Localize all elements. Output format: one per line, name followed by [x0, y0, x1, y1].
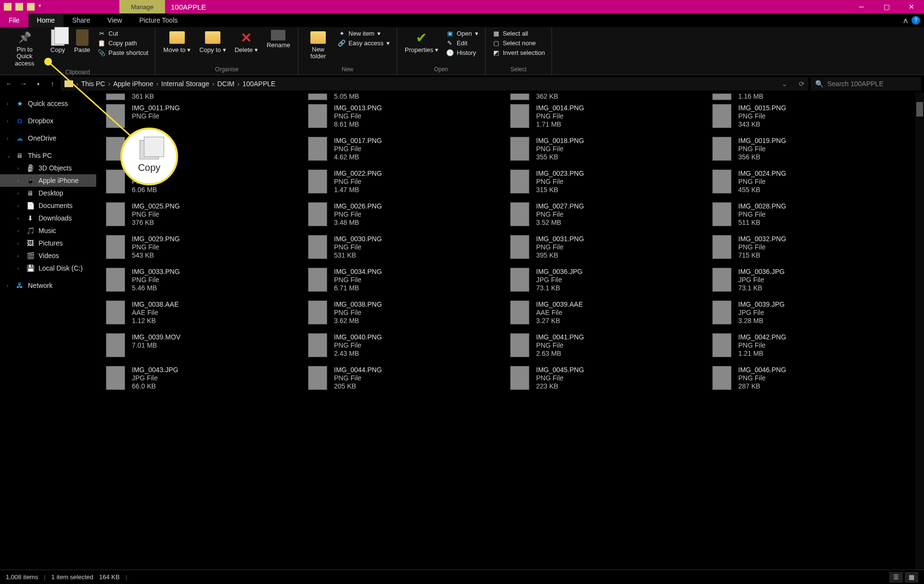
- copy-path-button[interactable]: 📋Copy path: [96, 39, 150, 47]
- copy-button[interactable]: Copy: [47, 29, 68, 54]
- forward-button[interactable]: →: [17, 78, 30, 90]
- file-item[interactable]: .PNG PNG File 6.06 MB: [106, 168, 308, 200]
- file-item[interactable]: IMG_0018.PNG PNG File 355 KB: [510, 135, 712, 168]
- file-item[interactable]: IMG_0039.AAE AAE File 3.27 KB: [510, 298, 712, 331]
- breadcrumb-item[interactable]: DCIM: [217, 80, 234, 88]
- qat-dropdown-icon[interactable]: ▾: [38, 3, 41, 11]
- sidebar-item-videos[interactable]: ›🎬Videos: [0, 249, 96, 262]
- sidebar-item-dropbox[interactable]: ›⧉Dropbox: [0, 115, 96, 127]
- sidebar-item-network[interactable]: ›🖧Network: [0, 279, 96, 292]
- file-item[interactable]: IMG_0033.PNG PNG File 5.46 MB: [106, 266, 308, 298]
- sidebar-item-localdisk[interactable]: ›💾Local Disk (C:): [0, 262, 96, 274]
- file-item[interactable]: IMG_0041.PNG PNG File 2.63 MB: [510, 331, 712, 364]
- file-item[interactable]: 1.16 MB: [712, 92, 914, 102]
- invert-selection-button[interactable]: ◩Invert selection: [490, 48, 547, 57]
- breadcrumb-item[interactable]: Apple iPhone: [113, 80, 153, 88]
- breadcrumb-item[interactable]: Internal Storage: [161, 80, 209, 88]
- file-pane[interactable]: 361 KB 5.05 MB 362 KB 1.16 MB IMG_0011.P…: [96, 92, 924, 570]
- file-item[interactable]: IMG_0023.PNG PNG File 315 KB: [510, 168, 712, 200]
- file-item[interactable]: IMG_0045.PNG PNG File 223 KB: [510, 364, 712, 397]
- file-item[interactable]: IMG_0030.PNG PNG File 531 KB: [308, 233, 510, 266]
- sidebar-item-music[interactable]: ›🎵Music: [0, 224, 96, 237]
- minimize-button[interactable]: ─: [849, 0, 874, 13]
- sidebar-item-apple-iphone[interactable]: ›📱Apple iPhone: [0, 174, 96, 187]
- thumbnails-view-button[interactable]: ▦: [905, 572, 918, 583]
- sidebar-item-onedrive[interactable]: ›☁OneDrive: [0, 132, 96, 144]
- file-item[interactable]: IMG_0042.PNG PNG File 1.21 MB: [712, 331, 914, 364]
- file-item[interactable]: IMG_0040.PNG PNG File 2.43 MB: [308, 331, 510, 364]
- file-item[interactable]: IMG_0027.PNG PNG File 3.52 MB: [510, 200, 712, 233]
- recent-dropdown[interactable]: ▾: [32, 78, 44, 90]
- sidebar-item-pictures[interactable]: ›🖼Pictures: [0, 237, 96, 249]
- share-tab[interactable]: Share: [64, 13, 99, 27]
- maximize-button[interactable]: ▢: [874, 0, 899, 13]
- rename-button[interactable]: Rename: [264, 29, 293, 50]
- sidebar-item-quickaccess[interactable]: ›★Quick access: [0, 97, 96, 110]
- file-item[interactable]: IMG_0036.JPG JPG File 73.1 KB: [510, 266, 712, 298]
- scrollbar-thumb[interactable]: [916, 102, 923, 117]
- file-item[interactable]: IMG_0039.JPG JPG File 3.28 MB: [712, 298, 914, 331]
- file-item[interactable]: IMG_0029.PNG PNG File 543 KB: [106, 233, 308, 266]
- edit-button[interactable]: ✎Edit: [444, 39, 480, 47]
- paste-button[interactable]: Paste: [71, 29, 93, 54]
- file-item[interactable]: IMG_0039.MOV 7.01 MB: [106, 331, 308, 364]
- details-view-button[interactable]: ☰: [889, 572, 903, 583]
- select-all-button[interactable]: ▦Select all: [490, 29, 547, 38]
- sidebar-item-3dobjects[interactable]: ›🗿3D Objects: [0, 162, 96, 174]
- file-item[interactable]: 361 KB: [106, 92, 308, 102]
- delete-button[interactable]: ✕Delete ▾: [232, 29, 261, 54]
- collapse-ribbon-icon[interactable]: ʌ: [903, 16, 908, 25]
- file-item[interactable]: 362 KB: [510, 92, 712, 102]
- file-item[interactable]: IMG_0019.PNG PNG File 356 KB: [712, 135, 914, 168]
- breadcrumb[interactable]: › This PC› Apple iPhone› Internal Storag…: [61, 77, 808, 91]
- sidebar-item-desktop[interactable]: ›🖥Desktop: [0, 187, 96, 199]
- file-item[interactable]: IMG_0043.JPG JPG File 66.0 KB: [106, 364, 308, 397]
- file-item[interactable]: IMG_0025.PNG PNG File 376 KB: [106, 200, 308, 233]
- file-item[interactable]: 5.05 MB: [308, 92, 510, 102]
- cut-button[interactable]: ✂Cut: [96, 29, 150, 38]
- file-item[interactable]: IMG_0038.AAE AAE File 1.12 KB: [106, 298, 308, 331]
- view-tab[interactable]: View: [99, 13, 130, 27]
- file-menu[interactable]: File: [0, 13, 28, 27]
- paste-shortcut-button[interactable]: 📎Paste shortcut: [96, 48, 150, 57]
- file-item[interactable]: IMG_0017.PNG PNG File 4.62 MB: [308, 135, 510, 168]
- scrollbar[interactable]: [915, 92, 924, 570]
- breadcrumb-item[interactable]: 100APPLE: [243, 80, 276, 88]
- file-item[interactable]: IMG_0032.PNG PNG File 715 KB: [712, 233, 914, 266]
- up-button[interactable]: ↑: [46, 78, 59, 90]
- pin-quickaccess-button[interactable]: Pin to Quick access: [5, 29, 44, 68]
- close-button[interactable]: ✕: [899, 0, 924, 13]
- file-item[interactable]: IMG_0046.PNG PNG File 287 KB: [712, 364, 914, 397]
- new-folder-button[interactable]: New folder: [303, 29, 333, 61]
- select-none-button[interactable]: ▢Select none: [490, 39, 547, 47]
- new-item-button[interactable]: ✦New item ▾: [336, 29, 392, 38]
- file-item[interactable]: IMG_0011.PNG PNG File: [106, 102, 308, 135]
- file-item[interactable]: IMG_0015.PNG PNG File 343 KB: [712, 102, 914, 135]
- file-item[interactable]: IMG_0013.PNG PNG File 8.61 MB: [308, 102, 510, 135]
- copy-to-button[interactable]: Copy to ▾: [196, 29, 229, 54]
- help-icon[interactable]: ?: [911, 16, 920, 25]
- file-item[interactable]: IMG_0031.PNG PNG File 395 KB: [510, 233, 712, 266]
- breadcrumb-dropdown-icon[interactable]: ⌄: [782, 80, 787, 88]
- file-item[interactable]: IMG_0026.PNG PNG File 3.48 MB: [308, 200, 510, 233]
- move-to-button[interactable]: Move to ▾: [160, 29, 193, 54]
- file-item[interactable]: IMG_0034.PNG PNG File 6.71 MB: [308, 266, 510, 298]
- refresh-icon[interactable]: ⟳: [799, 80, 805, 88]
- sidebar-item-thispc[interactable]: ⌄🖥This PC: [0, 149, 96, 162]
- open-button[interactable]: ▣Open ▾: [444, 29, 480, 38]
- picture-tools-tab[interactable]: Picture Tools: [130, 13, 186, 27]
- history-button[interactable]: 🕓History: [444, 48, 480, 57]
- sidebar-item-documents[interactable]: ›📄Documents: [0, 199, 96, 212]
- sidebar-item-downloads[interactable]: ›⬇Downloads: [0, 212, 96, 224]
- folder-icon[interactable]: [4, 3, 12, 11]
- file-item[interactable]: IMG_0024.PNG PNG File 455 KB: [712, 168, 914, 200]
- easy-access-button[interactable]: 🔗Easy access ▾: [336, 39, 392, 47]
- home-tab[interactable]: Home: [28, 13, 64, 27]
- manage-tab[interactable]: Manage: [119, 0, 165, 13]
- back-button[interactable]: ←: [3, 78, 15, 90]
- file-item[interactable]: IMG_0014.PNG PNG File 1.71 MB: [510, 102, 712, 135]
- properties-button[interactable]: ✔Properties ▾: [402, 29, 441, 54]
- file-item[interactable]: IMG_0022.PNG PNG File 1.47 MB: [308, 168, 510, 200]
- file-item[interactable]: IMG_0038.PNG PNG File 3.62 MB: [308, 298, 510, 331]
- file-item[interactable]: [106, 135, 308, 168]
